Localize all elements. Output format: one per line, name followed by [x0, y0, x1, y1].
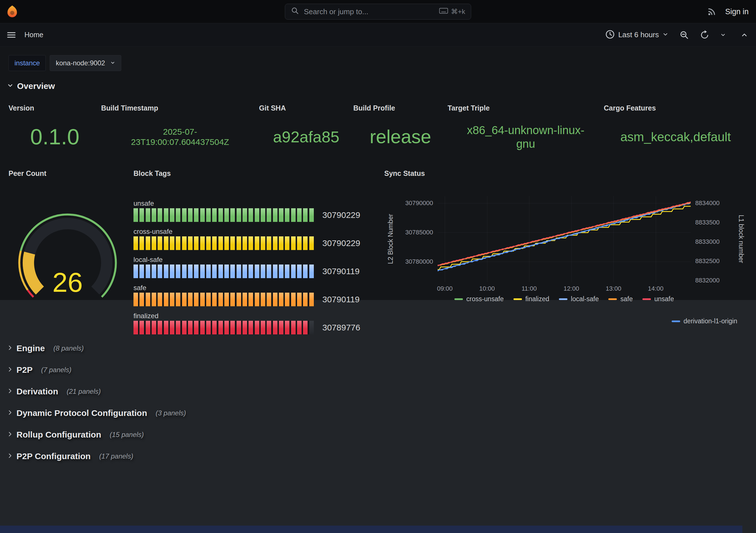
svg-text:26: 26 [53, 267, 83, 297]
legend-item-finalized[interactable]: finalized [513, 295, 549, 303]
chevron-down-icon [110, 59, 115, 67]
legend-swatch [559, 298, 567, 300]
x-axis-tick: 09:00 [437, 285, 453, 292]
block-tag-bar [133, 321, 314, 334]
dashboard-row-p2p-configuration[interactable]: P2P Configuration(17 panels) [7, 445, 186, 467]
legend-item-unsafe[interactable]: unsafe [642, 295, 674, 303]
chevron-right-icon [7, 409, 13, 417]
y-axis-tick-right: 8833000 [695, 238, 720, 245]
x-axis-tick: 14:00 [648, 285, 663, 292]
dashboard-row-p2p[interactable]: P2P(7 panels) [7, 359, 186, 381]
clock-icon [605, 30, 615, 40]
block-tag-bar [133, 208, 314, 222]
chevron-down-icon [7, 82, 14, 90]
chevron-right-icon [7, 345, 13, 352]
block-tag-row: unsafe30790229 [133, 200, 384, 228]
row-panel-count: (8 panels) [53, 344, 84, 352]
breadcrumb-home[interactable]: Home [24, 31, 43, 39]
legend-item-safe[interactable]: safe [608, 295, 633, 303]
stat-title: Git SHA [259, 104, 353, 112]
stat-title: Cargo Features [604, 104, 747, 112]
menu-toggle-icon[interactable] [6, 30, 16, 40]
block-tag-row: safe30790119 [133, 284, 384, 312]
chevron-right-icon [7, 431, 13, 438]
peer-count-gauge-svg: 26 [11, 209, 124, 311]
x-axis-tick: 10:00 [479, 285, 495, 292]
grafana-logo-icon[interactable] [5, 5, 19, 19]
legend-label: finalized [526, 295, 549, 303]
time-range-picker[interactable]: Last 6 hours [605, 30, 668, 40]
template-variable-row: instance kona-node:9002 [9, 55, 121, 71]
block-tags-rows: unsafe30790229cross-unsafe30790229local-… [133, 200, 384, 340]
stat-panel: Git SHAa92afa85 [259, 104, 353, 158]
section-overview-toggle[interactable]: Overview [7, 81, 55, 91]
row-title: P2P Configuration [16, 451, 91, 461]
dashboard-rows: Engine(8 panels)P2P(7 panels)Derivation(… [7, 338, 186, 467]
panel-title-block-tags: Block Tags [133, 169, 384, 178]
legend-swatch [672, 321, 680, 322]
block-tag-bar [133, 265, 314, 278]
search-input[interactable]: Search or jump to... ⌘+k [285, 4, 471, 20]
dashboard-row-engine[interactable]: Engine(8 panels) [7, 338, 186, 359]
legend-swatch [513, 298, 522, 300]
stat-title: Build Timestamp [101, 104, 259, 112]
dashboard-navbar: Home Last 6 hours [0, 23, 756, 46]
search-icon [291, 7, 299, 17]
block-tag-row: cross-unsafe30790229 [133, 228, 384, 256]
legend-item-local-safe[interactable]: local-safe [559, 295, 599, 303]
panel-title-sync-status: Sync Status [384, 169, 747, 178]
row-title: P2P [16, 365, 33, 375]
y-axis-tick-left: 30785000 [405, 229, 433, 236]
stat-panel: Version0.1.0 [9, 104, 101, 158]
refresh-icon[interactable] [700, 30, 710, 40]
block-tag-label: unsafe [133, 200, 384, 207]
y-axis-tick-right: 8832000 [695, 277, 720, 284]
row-title: Derivation [16, 387, 58, 396]
block-tag-label: finalized [133, 312, 384, 320]
legend-swatch [608, 298, 617, 300]
refresh-interval-chevron-icon[interactable] [720, 32, 726, 38]
legend-item-cross-unsafe[interactable]: cross-unsafe [454, 295, 504, 303]
topbar-right: Sign in [707, 0, 749, 23]
derivation-legend-item[interactable]: derivation-l1-origin [672, 317, 737, 325]
collapse-caret-up-icon[interactable] [741, 31, 748, 39]
stat-title: Build Profile [353, 104, 447, 112]
chevron-down-icon [662, 31, 668, 39]
stat-panel: Build Timestamp2025-07-23T19:00:07.60443… [101, 104, 259, 158]
legend-swatch [454, 298, 463, 300]
dashboard-row-derivation[interactable]: Derivation(21 panels) [7, 381, 186, 402]
block-tag-bar-fill [133, 208, 314, 222]
stats-row: Version0.1.0Build Timestamp2025-07-23T19… [9, 104, 747, 158]
row-title: Dynamic Protocol Configuration [16, 408, 147, 418]
stat-panel: Cargo Featuresasm_keccak,default [604, 104, 747, 158]
block-tags-panel: Block Tags unsafe30790229cross-unsafe307… [133, 169, 384, 337]
sync-chart-plot: 3079000030785000307800008834000883350088… [438, 196, 691, 282]
search-placeholder: Search or jump to... [304, 7, 368, 16]
sign-in-link[interactable]: Sign in [725, 7, 749, 16]
stat-panel: Build Profilerelease [353, 104, 447, 158]
y-axis-label-right: L1 block number [737, 215, 745, 263]
stat-title: Version [9, 104, 101, 112]
chevron-right-icon [7, 366, 13, 374]
search-shortcut-label: ⌘+k [451, 8, 465, 15]
navbar-controls: Last 6 hours [605, 30, 756, 40]
variable-value-dropdown[interactable]: kona-node:9002 [50, 55, 121, 71]
stat-panel: Target Triplex86_64-unknown-linux-gnu [447, 104, 604, 158]
dashboard-row-rollup-configuration[interactable]: Rollup Configuration(15 panels) [7, 424, 186, 445]
dashboard-row-dynamic-protocol-configuration[interactable]: Dynamic Protocol Configuration(3 panels) [7, 402, 186, 424]
sync-status-panel: Sync Status L2 Block Number L1 block num… [384, 169, 747, 328]
legend-label: safe [620, 295, 633, 303]
zoom-out-icon[interactable] [679, 30, 689, 40]
block-tag-row: local-safe30790119 [133, 256, 384, 284]
rss-icon[interactable] [707, 7, 716, 16]
y-axis-tick-left: 30790000 [405, 199, 433, 207]
legend-label: unsafe [654, 295, 674, 303]
x-axis-tick: 12:00 [563, 285, 579, 292]
block-tag-value: 30790119 [322, 266, 360, 276]
variable-label[interactable]: instance [9, 55, 46, 71]
stat-value: release [370, 126, 431, 148]
block-tag-bar [133, 293, 314, 306]
panel-title-peer-count: Peer Count [9, 169, 133, 178]
search-shortcut: ⌘+k [439, 7, 465, 16]
block-tag-bar-fill [133, 321, 308, 334]
